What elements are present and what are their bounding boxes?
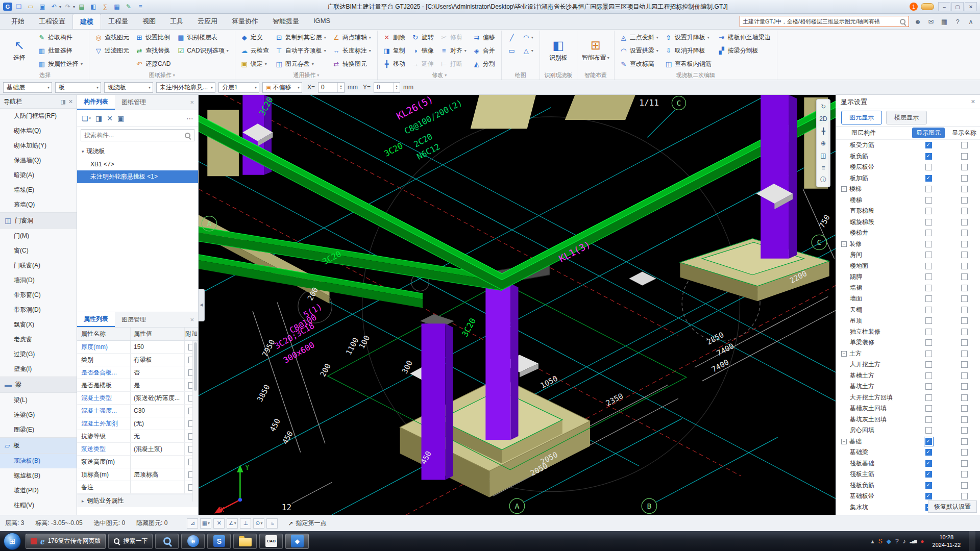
ribbon-tab-9[interactable]: IGMS (306, 14, 337, 29)
ribbon-tab-2[interactable]: 建模 (72, 14, 101, 29)
start-button[interactable]: ⊞ (4, 533, 21, 550)
nav-item[interactable]: 连梁(G) (0, 408, 77, 422)
nav-item[interactable]: 壁龛(I) (0, 362, 77, 377)
show-element-checkbox[interactable] (925, 361, 932, 368)
nav-item[interactable]: 人防门框墙(RF) (0, 109, 77, 123)
search-button[interactable]: 搜索一下 (108, 534, 153, 549)
help-search-box[interactable] (740, 16, 909, 27)
ribbon-button[interactable]: ▭ (504, 44, 520, 57)
ribbon-tab-0[interactable]: 开始 (4, 14, 32, 29)
ribbon-button[interactable]: ▣锁定▾ (238, 57, 272, 70)
ribbon-button[interactable]: ◭分割 (470, 57, 498, 70)
rebar-properties-section[interactable]: ▸ 钢筋业务属性 (77, 494, 198, 507)
undo-icon-arrow[interactable]: ▾ (59, 5, 61, 9)
show-element-checkbox[interactable] (925, 405, 932, 412)
ribbon-button[interactable]: ∠两点辅轴▾ (330, 31, 374, 44)
show-name-checkbox[interactable] (961, 317, 968, 324)
property-value[interactable]: C30 (131, 405, 185, 417)
nav-item[interactable]: 窗(C) (0, 243, 77, 258)
show-name-checkbox[interactable] (961, 493, 968, 499)
cad-pinned[interactable]: CAD (259, 534, 283, 549)
ribbon-button[interactable]: ◆定义 (238, 31, 272, 44)
nav-item[interactable]: 门(M) (0, 229, 77, 243)
collapse-icon[interactable]: − (841, 351, 847, 357)
show-name-checkbox[interactable] (961, 350, 968, 357)
component-tab-0[interactable]: 构件列表 (77, 95, 115, 110)
security-tray-icon[interactable]: ◆ (887, 538, 891, 545)
show-name-checkbox[interactable] (961, 372, 968, 379)
show-name-checkbox[interactable] (961, 219, 968, 226)
search-icon[interactable] (184, 132, 191, 139)
ribbon-tab-1[interactable]: 工程设置 (32, 14, 72, 29)
help-search-input[interactable] (743, 18, 897, 24)
ribbon-button[interactable]: ↶还原CAD (133, 57, 173, 70)
ribbon-button[interactable]: ▽过滤图元 (92, 44, 132, 57)
collapse-ribbon-icon[interactable]: ∧ (966, 16, 976, 27)
show-name-checkbox[interactable] (961, 153, 968, 160)
show-name-checkbox[interactable] (961, 383, 968, 390)
show-element-checkbox[interactable] (925, 372, 932, 379)
property-value[interactable]: (无) (131, 417, 185, 430)
ribbon-button[interactable]: ◠▾ (521, 31, 536, 44)
nav-item[interactable]: 柱帽(V) (0, 498, 77, 513)
show-name-checkbox[interactable] (961, 295, 968, 302)
show-element-checkbox[interactable] (925, 241, 932, 247)
show-element-checkbox[interactable] (925, 394, 932, 401)
ribbon-button[interactable]: △▾ (521, 44, 536, 57)
apps-icon[interactable]: ▦ (939, 16, 949, 27)
new-file-icon[interactable]: ❏ (14, 2, 24, 12)
show-name-checkbox[interactable] (961, 164, 968, 170)
property-value[interactable]: 层顶标高 (131, 468, 185, 481)
close-icon[interactable]: × (186, 95, 198, 110)
nav-item[interactable]: 幕墙(Q) (0, 197, 77, 212)
assistant-icon[interactable]: ☻ (913, 16, 923, 27)
taskbar-clock[interactable]: 10:28 2024-11-22 (928, 534, 965, 548)
floor-select[interactable]: 基础层▾ (3, 82, 52, 93)
show-element-checkbox[interactable] (925, 460, 932, 467)
show-name-checkbox[interactable] (961, 416, 968, 423)
calc-icon[interactable]: ∑ (100, 2, 110, 12)
ribbon-button[interactable]: ↔长度标注▾ (330, 44, 374, 57)
ribbon-button[interactable]: ◈合并 (470, 44, 498, 57)
show-element-checkbox[interactable] (925, 175, 932, 182)
show-element-checkbox[interactable] (925, 153, 932, 160)
vertical-scrollbar[interactable] (192, 341, 198, 502)
ribbon-button[interactable]: ◫查看板内钢筋 (662, 57, 714, 70)
draw-icon[interactable]: ✎ (124, 2, 134, 12)
show-element-checkbox[interactable] (925, 493, 932, 499)
show-element-checkbox[interactable] (925, 329, 932, 335)
ribbon-button[interactable]: ╋移动 (380, 57, 408, 70)
copy-component-button[interactable]: ◨ (95, 113, 102, 124)
browser-pinned[interactable]: e (181, 534, 205, 549)
show-name-checkbox[interactable] (961, 142, 968, 148)
show-element-checkbox[interactable] (925, 307, 932, 313)
show-name-checkbox[interactable] (961, 339, 968, 346)
ribbon-button[interactable]: ✕删除 (380, 31, 408, 44)
nav-item[interactable]: 墙洞(D) (0, 273, 77, 288)
ribbon-button-big[interactable]: ⊞智能布置 ▾ (580, 31, 611, 70)
ribbon-button[interactable]: ☁云检查 (238, 44, 272, 57)
ribbon-button[interactable]: ⇉偏移 (470, 31, 498, 44)
display-tab-1[interactable]: 楼层显示 (886, 111, 927, 124)
trace-toggle[interactable]: ≈ (266, 518, 278, 529)
property-value[interactable]: (泵送砼(坍落度... (131, 392, 185, 404)
expand-icon[interactable]: ▾ (82, 149, 84, 154)
show-element-checkbox[interactable] (925, 285, 932, 291)
collapse-icon[interactable]: − (841, 186, 847, 192)
coins-icon[interactable] (921, 3, 934, 10)
show-element-checkbox[interactable] (925, 383, 932, 390)
show-name-checkbox[interactable] (961, 175, 968, 182)
maximize-button[interactable]: ▢ (951, 2, 964, 11)
magnifier-pinned[interactable] (155, 534, 179, 549)
ribbon-tab-8[interactable]: 智能提量 (265, 14, 306, 29)
app-logo[interactable]: G (3, 3, 12, 11)
show-element-checkbox[interactable] (925, 273, 932, 280)
component-search-box[interactable] (81, 129, 194, 141)
show-element-checkbox[interactable] (925, 164, 932, 170)
nav-item[interactable]: 门联窗(A) (0, 258, 77, 273)
close-icon[interactable]: ✕ (971, 98, 975, 105)
close-icon[interactable]: ✕ (68, 98, 73, 105)
ribbon-button[interactable]: ◑镜像 (409, 44, 436, 57)
nav-item[interactable]: 老虎窗 (0, 332, 77, 347)
more-button[interactable]: ⋯ (186, 113, 193, 124)
